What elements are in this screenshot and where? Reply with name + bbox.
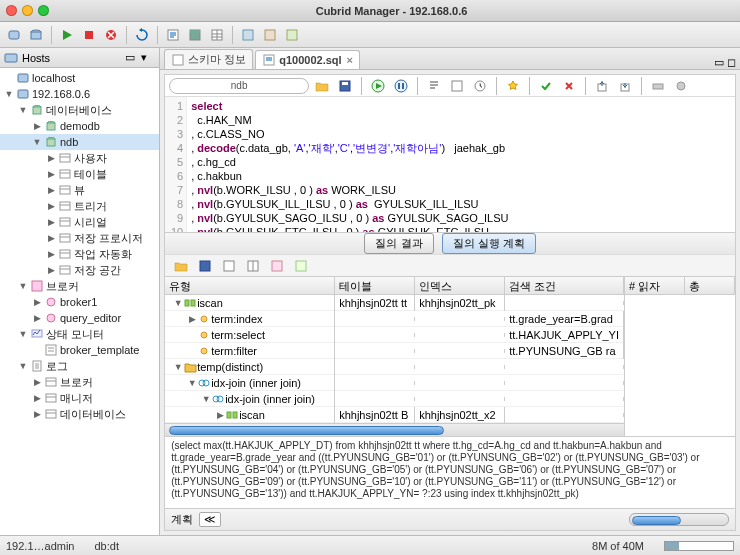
refresh-icon[interactable] bbox=[132, 25, 152, 45]
plan-open-icon[interactable] bbox=[171, 256, 191, 276]
tool2-icon[interactable] bbox=[260, 25, 280, 45]
rollback-icon[interactable] bbox=[559, 76, 579, 96]
disclosure-icon[interactable]: ▶ bbox=[32, 409, 42, 419]
new-connection-icon[interactable] bbox=[4, 25, 24, 45]
tree-node[interactable]: ▶query_editor bbox=[0, 310, 159, 326]
save-file-icon[interactable] bbox=[335, 76, 355, 96]
plan-col-type[interactable]: 유형 bbox=[165, 277, 335, 294]
tree-node[interactable]: ▶브로커 bbox=[0, 374, 159, 390]
plan-col-cond[interactable]: 검색 조건 bbox=[505, 277, 624, 294]
plan-tree-icon[interactable] bbox=[267, 256, 287, 276]
history-icon[interactable] bbox=[470, 76, 490, 96]
minimize-editor-icon[interactable]: ▭ bbox=[714, 56, 724, 69]
disclosure-icon[interactable]: ▶ bbox=[46, 169, 56, 179]
tree-node[interactable]: ▼브로커 bbox=[0, 278, 159, 294]
disclosure-icon[interactable]: ▼ bbox=[18, 329, 28, 339]
tree-node[interactable]: ▶데이터베이스 bbox=[0, 406, 159, 422]
export-icon[interactable] bbox=[592, 76, 612, 96]
zoom-window-button[interactable] bbox=[38, 5, 49, 16]
toggle-icon[interactable] bbox=[447, 76, 467, 96]
tree-node[interactable]: ▶뷰 bbox=[0, 182, 159, 198]
start-icon[interactable] bbox=[57, 25, 77, 45]
tree-node[interactable]: ▼192.168.0.6 bbox=[0, 86, 159, 102]
code-text[interactable]: select c.HAK_NM, c.CLASS_NO, decode(c.da… bbox=[187, 97, 531, 232]
hosts-tree[interactable]: localhost▼192.168.0.6▼데이터베이스▶demodb▼ndb▶… bbox=[0, 68, 159, 535]
tree-node[interactable]: ▶저장 공간 bbox=[0, 262, 159, 278]
disclosure-icon[interactable]: ▶ bbox=[46, 217, 56, 227]
disclosure-icon[interactable]: ▶ bbox=[215, 410, 225, 420]
disclosure-icon[interactable]: ▶ bbox=[46, 201, 56, 211]
run-plan-icon[interactable] bbox=[391, 76, 411, 96]
new-db-icon[interactable] bbox=[26, 25, 46, 45]
disclosure-icon[interactable]: ▼ bbox=[18, 105, 28, 115]
extra2-icon[interactable] bbox=[671, 76, 691, 96]
tree-node[interactable]: localhost bbox=[0, 70, 159, 86]
tool3-icon[interactable] bbox=[282, 25, 302, 45]
tool1-icon[interactable] bbox=[238, 25, 258, 45]
disclosure-icon[interactable]: ▶ bbox=[46, 233, 56, 243]
tab-schema-info[interactable]: 스키마 정보 bbox=[164, 49, 253, 69]
subtab-plan[interactable]: 질의 실행 계획 bbox=[442, 233, 536, 254]
disclosure-icon[interactable]: ▶ bbox=[187, 314, 197, 324]
disclosure-icon[interactable]: ▶ bbox=[46, 249, 56, 259]
plan-save-icon[interactable] bbox=[195, 256, 215, 276]
close-tab-icon[interactable]: × bbox=[347, 54, 353, 66]
tree-node[interactable]: ▶저장 프로시저 bbox=[0, 230, 159, 246]
disclosure-icon[interactable]: ▶ bbox=[32, 377, 42, 387]
stop-icon[interactable] bbox=[79, 25, 99, 45]
sql-editor[interactable]: 12345678910111213 select c.HAK_NM, c.CLA… bbox=[165, 97, 735, 232]
run-query-icon[interactable] bbox=[368, 76, 388, 96]
tree-node[interactable]: ▶테이블 bbox=[0, 166, 159, 182]
maximize-editor-icon[interactable]: ◻ bbox=[727, 56, 736, 69]
plan-col-index[interactable]: 인덱스 bbox=[415, 277, 505, 294]
plan-view2-icon[interactable] bbox=[243, 256, 263, 276]
tree-node[interactable]: ▼데이터베이스 bbox=[0, 102, 159, 118]
tree-node[interactable]: ▶시리얼 bbox=[0, 214, 159, 230]
disclosure-icon[interactable]: ▼ bbox=[173, 362, 183, 372]
disclosure-icon[interactable]: ▼ bbox=[32, 137, 42, 147]
disclosure-icon[interactable]: ▶ bbox=[32, 121, 42, 131]
database-selector[interactable] bbox=[169, 78, 309, 94]
tree-node[interactable]: broker_template bbox=[0, 342, 159, 358]
table-icon[interactable] bbox=[207, 25, 227, 45]
minimize-panel-icon[interactable]: ▭ bbox=[125, 51, 139, 65]
open-file-icon[interactable] bbox=[312, 76, 332, 96]
minimize-window-button[interactable] bbox=[22, 5, 33, 16]
tab-sql-file[interactable]: q100002.sql × bbox=[255, 50, 360, 69]
tree-node[interactable]: ▶demodb bbox=[0, 118, 159, 134]
cancel-icon[interactable] bbox=[101, 25, 121, 45]
panel-menu-icon[interactable]: ▾ bbox=[141, 51, 155, 65]
format-icon[interactable] bbox=[424, 76, 444, 96]
disclosure-icon[interactable]: ▼ bbox=[4, 89, 14, 99]
commit-icon[interactable] bbox=[536, 76, 556, 96]
disclosure-icon[interactable]: ▶ bbox=[46, 265, 56, 275]
schema-icon[interactable] bbox=[185, 25, 205, 45]
sql-editor-icon[interactable] bbox=[163, 25, 183, 45]
disclosure-icon[interactable]: ▶ bbox=[32, 393, 42, 403]
plan-col-total[interactable]: 총 bbox=[685, 277, 735, 294]
disclosure-icon[interactable]: ▶ bbox=[32, 297, 42, 307]
subtab-result[interactable]: 질의 결과 bbox=[364, 233, 433, 254]
disclosure-icon[interactable]: ▼ bbox=[18, 361, 28, 371]
plan-rows[interactable]: ▼iscankhhjhsjn02tt ttkhhjhsjn02tt_pk▶ter… bbox=[165, 295, 624, 423]
plan-hscroll[interactable] bbox=[165, 423, 624, 436]
plan-collapse-button[interactable]: ≪ bbox=[199, 512, 221, 527]
import-icon[interactable] bbox=[615, 76, 635, 96]
tree-node[interactable]: ▶사용자 bbox=[0, 150, 159, 166]
disclosure-icon[interactable]: ▼ bbox=[18, 281, 28, 291]
disclosure-icon[interactable]: ▶ bbox=[46, 185, 56, 195]
tree-node[interactable]: ▶매니저 bbox=[0, 390, 159, 406]
plan-view1-icon[interactable] bbox=[219, 256, 239, 276]
disclosure-icon[interactable]: ▶ bbox=[46, 153, 56, 163]
tree-node[interactable]: ▶작업 자동화 bbox=[0, 246, 159, 262]
close-window-button[interactable] bbox=[6, 5, 17, 16]
disclosure-icon[interactable]: ▼ bbox=[187, 378, 197, 388]
disclosure-icon[interactable]: ▶ bbox=[32, 313, 42, 323]
tree-node[interactable]: ▼상태 모니터 bbox=[0, 326, 159, 342]
tree-node[interactable]: ▼로그 bbox=[0, 358, 159, 374]
plan-text-icon[interactable] bbox=[291, 256, 311, 276]
tree-node[interactable]: ▼ndb bbox=[0, 134, 159, 150]
tree-node[interactable]: ▶트리거 bbox=[0, 198, 159, 214]
extra1-icon[interactable] bbox=[648, 76, 668, 96]
tree-node[interactable]: ▶broker1 bbox=[0, 294, 159, 310]
